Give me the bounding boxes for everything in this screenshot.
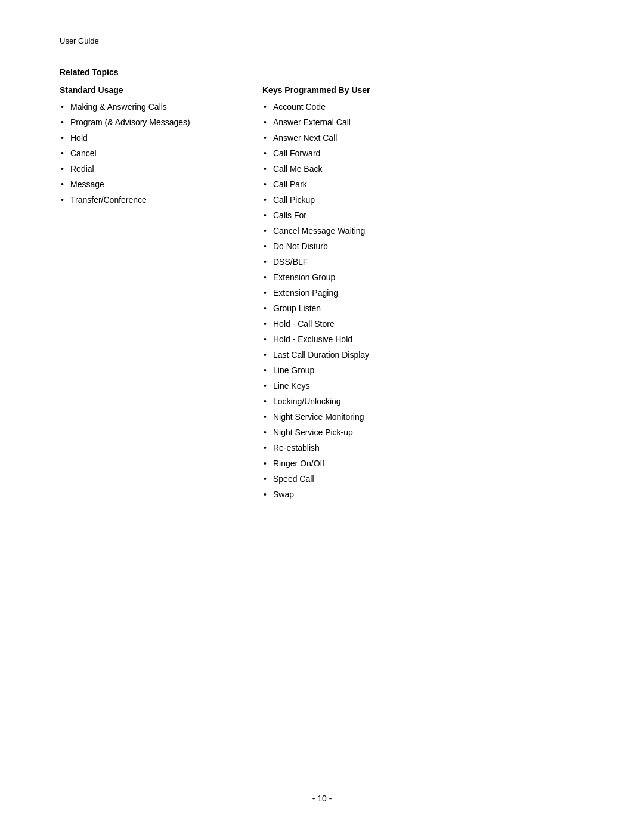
list-item: Night Service Pick-up xyxy=(262,426,584,439)
keys-programmed-heading: Keys Programmed By User xyxy=(262,85,584,95)
page: User Guide Related Topics Standard Usage… xyxy=(0,0,644,833)
list-item: Cancel Message Waiting xyxy=(262,225,584,237)
list-item: Call Forward xyxy=(262,147,584,160)
list-item: Ringer On/Off xyxy=(262,457,584,470)
two-column-layout: Standard Usage Making & Answering CallsP… xyxy=(60,85,584,504)
list-item: Hold - Exclusive Hold xyxy=(262,333,584,346)
keys-programmed-column: Keys Programmed By User Account CodeAnsw… xyxy=(262,85,584,504)
list-item: Re-establish xyxy=(262,442,584,454)
footer: - 10 - xyxy=(0,794,644,803)
list-item: Do Not Disturb xyxy=(262,240,584,253)
list-item: Call Me Back xyxy=(262,163,584,175)
list-item: Program (& Advisory Messages) xyxy=(60,116,262,129)
page-number: - 10 - xyxy=(312,794,332,803)
header-bar: User Guide xyxy=(60,36,584,49)
list-item: Message xyxy=(60,178,262,191)
header-label: User Guide xyxy=(60,36,99,45)
list-item: Swap xyxy=(262,488,584,501)
list-item: Locking/Unlocking xyxy=(262,395,584,408)
list-item: Answer External Call xyxy=(262,116,584,129)
list-item: Answer Next Call xyxy=(262,132,584,144)
list-item: Last Call Duration Display xyxy=(262,349,584,361)
list-item: Night Service Monitoring xyxy=(262,411,584,423)
list-item: Call Pickup xyxy=(262,194,584,206)
list-item: Call Park xyxy=(262,178,584,191)
list-item: Redial xyxy=(60,163,262,175)
list-item: Line Group xyxy=(262,364,584,377)
standard-usage-column: Standard Usage Making & Answering CallsP… xyxy=(60,85,262,209)
list-item: Calls For xyxy=(262,209,584,222)
list-item: DSS/BLF xyxy=(262,256,584,268)
list-item: Hold - Call Store xyxy=(262,318,584,330)
list-item: Account Code xyxy=(262,101,584,113)
list-item: Extension Paging xyxy=(262,287,584,299)
standard-usage-heading: Standard Usage xyxy=(60,85,262,95)
list-item: Transfer/Conference xyxy=(60,194,262,206)
list-item: Cancel xyxy=(60,147,262,160)
list-item: Making & Answering Calls xyxy=(60,101,262,113)
list-item: Extension Group xyxy=(262,271,584,284)
keys-programmed-list: Account CodeAnswer External CallAnswer N… xyxy=(262,101,584,501)
list-item: Line Keys xyxy=(262,380,584,392)
list-item: Speed Call xyxy=(262,473,584,485)
list-item: Group Listen xyxy=(262,302,584,315)
list-item: Hold xyxy=(60,132,262,144)
related-topics-heading: Related Topics xyxy=(60,67,584,77)
standard-usage-list: Making & Answering CallsProgram (& Advis… xyxy=(60,101,262,206)
